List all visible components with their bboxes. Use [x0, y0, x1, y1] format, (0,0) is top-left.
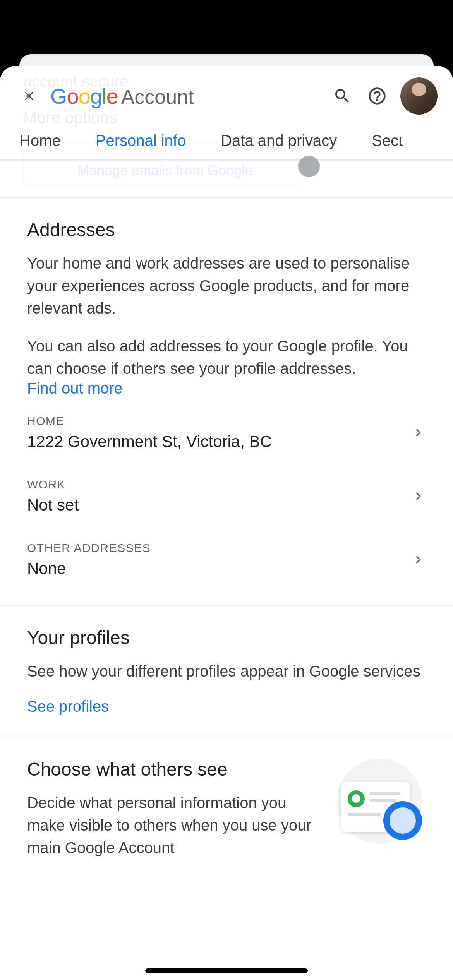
- chevron-right-icon: [410, 488, 426, 504]
- profiles-title: Your profiles: [27, 627, 426, 648]
- tab-bar: Home Personal info Data and privacy Secu…: [0, 122, 453, 159]
- home-address-row[interactable]: HOME 1222 Government St, Victoria, BC: [27, 401, 426, 464]
- search-button[interactable]: [331, 84, 354, 108]
- magnifier-icon: [383, 801, 422, 840]
- chevron-right-icon: [410, 425, 426, 440]
- tab-personal-info[interactable]: Personal info: [96, 124, 186, 157]
- content-area: Addresses Your home and work addresses a…: [0, 162, 453, 859]
- choose-others-section: Choose what others see Decide what perso…: [0, 737, 453, 859]
- other-addresses-row[interactable]: OTHER ADDRESSES None: [27, 528, 426, 582]
- other-value: None: [27, 559, 410, 578]
- addresses-desc2: You can also add addresses to your Googl…: [27, 335, 426, 380]
- app-header: Google Account: [0, 66, 453, 122]
- help-icon: [367, 86, 387, 106]
- illustration: [333, 759, 426, 828]
- addresses-title: Addresses: [27, 219, 426, 240]
- close-button[interactable]: [19, 86, 39, 106]
- google-account-logo: Google Account: [50, 84, 319, 109]
- touch-indicator: [298, 156, 320, 177]
- chevron-right-icon: [410, 552, 426, 567]
- home-value: 1222 Government St, Victoria, BC: [27, 432, 410, 451]
- addresses-desc1: Your home and work addresses are used to…: [27, 252, 426, 319]
- close-icon: [22, 89, 36, 103]
- see-profiles-link[interactable]: See profiles: [27, 698, 109, 715]
- others-title: Choose what others see: [27, 759, 317, 780]
- work-address-row[interactable]: WORK Not set: [27, 464, 426, 528]
- home-indicator[interactable]: [145, 968, 308, 973]
- work-value: Not set: [27, 496, 410, 514]
- addresses-section: Addresses Your home and work addresses a…: [0, 198, 453, 605]
- tab-home[interactable]: Home: [19, 124, 61, 157]
- search-icon: [333, 87, 352, 105]
- home-label: HOME: [27, 415, 410, 428]
- work-label: WORK: [27, 478, 410, 491]
- main-sheet: account secure More options Manage email…: [0, 66, 453, 980]
- help-button[interactable]: [365, 84, 389, 108]
- find-out-more-link[interactable]: Find out more: [27, 380, 123, 397]
- tab-data-privacy[interactable]: Data and privacy: [221, 124, 337, 157]
- other-label: OTHER ADDRESSES: [27, 541, 410, 555]
- profiles-desc: See how your different profiles appear i…: [27, 660, 426, 682]
- google-wordmark: Google: [50, 84, 118, 109]
- account-label: Account: [121, 85, 194, 108]
- avatar[interactable]: [400, 77, 438, 115]
- others-desc: Decide what personal information you mak…: [27, 792, 317, 859]
- profiles-section: Your profiles See how your different pro…: [0, 606, 453, 737]
- tab-security[interactable]: Security: [372, 124, 403, 157]
